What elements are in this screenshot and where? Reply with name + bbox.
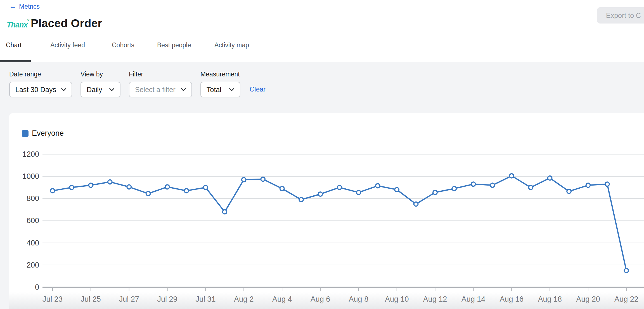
date-range-value: Last 30 Days <box>15 86 56 94</box>
date-range-label: Date range <box>9 71 41 78</box>
legend-label: Everyone <box>32 129 64 138</box>
export-button[interactable]: Export to C <box>597 7 644 24</box>
chart-legend: Everyone <box>22 129 64 138</box>
tab-activity-map[interactable]: Activity map <box>214 41 249 49</box>
tab-activity-feed[interactable]: Activity feed <box>50 41 85 49</box>
measurement-label: Measurement <box>200 71 240 78</box>
chevron-down-icon <box>229 86 235 93</box>
thanx-logo: Thanx× × <box>7 21 28 29</box>
measurement-select[interactable]: Total <box>200 82 240 97</box>
legend-swatch <box>22 130 29 137</box>
measurement-value: Total <box>207 86 221 94</box>
filter-placeholder: Select a filter <box>135 86 176 94</box>
page-header: ←Metrics Thanx× × Placed Order Export to… <box>0 0 644 62</box>
tab-chart[interactable]: Chart <box>6 41 22 49</box>
filter-label: Filter <box>129 71 143 78</box>
chevron-down-icon <box>61 86 67 93</box>
back-arrow-icon: ← <box>9 2 16 10</box>
view-by-value: Daily <box>87 86 102 94</box>
back-link-label: Metrics <box>19 3 40 10</box>
date-range-select[interactable]: Last 30 Days <box>9 82 72 97</box>
chevron-down-icon <box>109 86 115 93</box>
chevron-down-icon <box>180 86 186 93</box>
back-to-metrics-link[interactable]: ←Metrics <box>9 2 40 10</box>
clear-filters-link[interactable]: Clear <box>250 85 266 93</box>
tab-cohorts[interactable]: Cohorts <box>112 41 134 49</box>
active-tab-indicator <box>0 60 31 62</box>
chart-card <box>9 113 644 309</box>
view-by-select[interactable]: Daily <box>80 82 120 97</box>
filter-select[interactable]: Select a filter <box>129 82 192 97</box>
view-by-label: View by <box>80 71 103 78</box>
card-bottom-fade <box>9 292 644 309</box>
tab-best-people[interactable]: Best people <box>157 41 191 49</box>
page-title: Placed Order <box>31 17 102 30</box>
